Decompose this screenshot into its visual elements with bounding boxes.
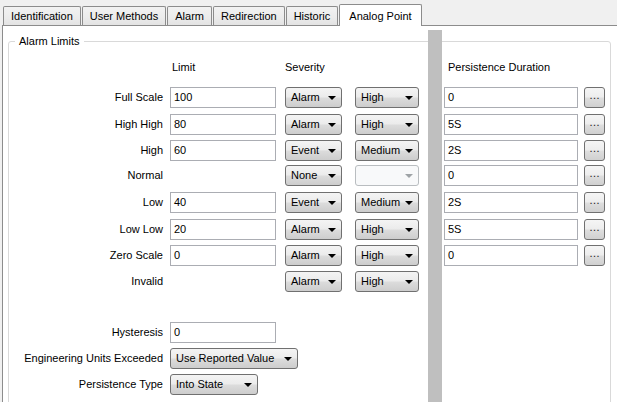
dropdown-arrow-icon [328, 228, 336, 232]
limit-input[interactable]: 80 [170, 114, 276, 135]
severity-dropdown[interactable]: Event [285, 140, 342, 161]
persistence-duration-column-header: Persistence Duration [448, 61, 550, 73]
persistence-duration-input[interactable]: 0 [444, 165, 578, 186]
priority-dropdown[interactable]: Medium [355, 192, 419, 213]
row-label: Zero Scale [0, 245, 163, 266]
limit-input[interactable]: 100 [170, 87, 276, 108]
priority-dropdown[interactable]: High [355, 271, 419, 292]
persistence-type-value: Into State [176, 378, 223, 390]
alarm-row-full-scale: Full Scale100AlarmHigh0… [0, 87, 617, 109]
alarm-row-low: Low40EventMedium2S… [0, 192, 617, 214]
alarm-row-normal: NormalNone0… [0, 165, 617, 187]
persistence-duration-input[interactable]: 0 [444, 245, 578, 266]
limit-input[interactable]: 20 [170, 219, 276, 240]
row-label: High High [0, 114, 163, 135]
hysteresis-input[interactable]: 0 [170, 322, 276, 343]
alarm-row-low-low: Low Low20AlarmHigh5S… [0, 219, 617, 241]
row-label: Low [0, 192, 163, 213]
persistence-type-label: Persistence Type [0, 374, 163, 395]
alarm-limits-group-title: Alarm Limits [15, 35, 84, 47]
limit-column-header: Limit [172, 61, 195, 73]
dropdown-arrow-icon [328, 96, 336, 100]
dropdown-arrow-icon [405, 149, 413, 153]
browse-button[interactable]: … [584, 140, 605, 161]
priority-dropdown[interactable]: High [355, 114, 419, 135]
tab-redirection[interactable]: Redirection [213, 6, 285, 25]
dropdown-arrow-icon [328, 174, 336, 178]
persistence-duration-input[interactable]: 0 [444, 87, 578, 108]
tab-analog-point[interactable]: Analog Point [339, 4, 421, 26]
tab-identification[interactable]: Identification [3, 6, 81, 25]
engineering-units-exceeded-value: Use Reported Value [176, 352, 274, 364]
persistence-duration-input[interactable]: 5S [444, 219, 578, 240]
severity-dropdown[interactable]: Event [285, 192, 342, 213]
dropdown-arrow-icon [328, 149, 336, 153]
dropdown-arrow-icon [405, 280, 413, 284]
dropdown-arrow-icon [405, 254, 413, 258]
browse-button[interactable]: … [584, 245, 605, 266]
row-label: Full Scale [0, 87, 163, 108]
limit-input[interactable]: 60 [170, 140, 276, 161]
priority-dropdown[interactable]: High [355, 245, 419, 266]
dropdown-arrow-icon [284, 357, 292, 361]
priority-dropdown[interactable]: High [355, 87, 419, 108]
dropdown-arrow-icon [405, 123, 413, 127]
dropdown-arrow-icon [405, 96, 413, 100]
limit-input[interactable]: 40 [170, 192, 276, 213]
alarm-row-high: High60EventMedium2S… [0, 140, 617, 162]
hysteresis-label: Hysteresis [0, 322, 163, 343]
dropdown-arrow-icon [328, 254, 336, 258]
tab-strip: IdentificationUser MethodsAlarmRedirecti… [3, 0, 423, 26]
analog-point-dialog: { "tabs": { "items": [ {"label": "Identi… [0, 0, 617, 402]
persistence-duration-input[interactable]: 2S [444, 192, 578, 213]
alarm-row-invalid: InvalidAlarmHigh [0, 271, 617, 293]
alarm-row-high-high: High High80AlarmHigh5S… [0, 114, 617, 136]
tab-user-methods[interactable]: User Methods [82, 6, 166, 25]
browse-button[interactable]: … [584, 114, 605, 135]
tab-historic[interactable]: Historic [286, 6, 339, 25]
browse-button[interactable]: … [584, 87, 605, 108]
severity-dropdown[interactable]: None [285, 165, 342, 186]
priority-dropdown[interactable]: Medium [355, 140, 419, 161]
severity-dropdown[interactable]: Alarm [285, 87, 342, 108]
dropdown-arrow-icon [244, 383, 252, 387]
persistence-type-dropdown[interactable]: Into State [170, 374, 258, 395]
dropdown-arrow-icon [328, 280, 336, 284]
severity-dropdown[interactable]: Alarm [285, 219, 342, 240]
row-label: High [0, 140, 163, 161]
browse-button[interactable]: … [584, 192, 605, 213]
severity-dropdown[interactable]: Alarm [285, 245, 342, 266]
browse-button[interactable]: … [584, 165, 605, 186]
row-label: Low Low [0, 219, 163, 240]
dropdown-arrow-icon [405, 201, 413, 205]
severity-column-header: Severity [285, 61, 325, 73]
severity-dropdown[interactable]: Alarm [285, 114, 342, 135]
engineering-units-exceeded-label: Engineering Units Exceeded [0, 348, 163, 369]
dropdown-arrow-icon [405, 228, 413, 232]
row-label: Invalid [0, 271, 163, 292]
engineering-units-exceeded-dropdown[interactable]: Use Reported Value [170, 348, 298, 369]
dropdown-arrow-icon [328, 201, 336, 205]
tab-alarm[interactable]: Alarm [167, 6, 212, 25]
persistence-duration-input[interactable]: 2S [444, 140, 578, 161]
browse-button[interactable]: … [584, 219, 605, 240]
priority-dropdown [355, 165, 419, 186]
limit-input[interactable]: 0 [170, 245, 276, 266]
alarm-row-zero-scale: Zero Scale0AlarmHigh0… [0, 245, 617, 267]
row-label: Normal [0, 165, 163, 186]
dropdown-arrow-icon [328, 123, 336, 127]
vertical-separator [428, 30, 442, 402]
priority-dropdown[interactable]: High [355, 219, 419, 240]
persistence-duration-input[interactable]: 5S [444, 114, 578, 135]
dropdown-arrow-icon [405, 174, 413, 178]
severity-dropdown[interactable]: Alarm [285, 271, 342, 292]
